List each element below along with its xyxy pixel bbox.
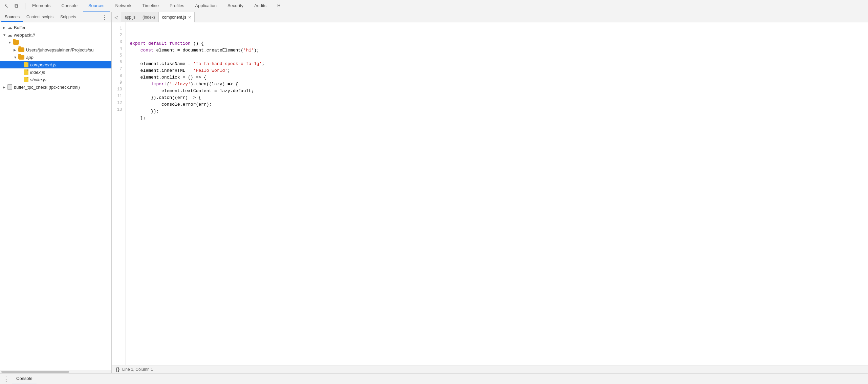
page-icon [7,84,12,90]
code-line: element.innerHTML = 'Hello world'; [130,67,868,74]
code-line: element.onclick = () => { [130,74,868,81]
tree-label: app [26,55,34,60]
code-line: element.className = 'fa fa-hand-spock-o … [130,61,868,67]
code-line: }); [130,108,868,115]
line-number: 4 [112,45,125,52]
tree-arrow-icon: ▶ [3,26,7,29]
toolbar: ↖ ⧉ ElementsConsoleSourcesNetworkTimelin… [0,0,868,12]
status-bar: {} Line 1, Column 1 [112,365,868,373]
editor-tab-index[interactable]: (index) [139,12,159,22]
close-tab-icon[interactable]: × [188,15,191,20]
tree-arrow-icon: ▶ [14,48,18,52]
tree-item-app-folder[interactable]: ▼ app [0,54,111,61]
editor-tab-component-js[interactable]: component.js× [159,12,195,22]
left-panel: SourcesContent scriptsSnippets⋮ ▶ ☁ Buff… [0,12,112,373]
tree-item-shake-js[interactable]: shake.js [0,76,111,83]
line-number: 2 [112,32,125,39]
folder-icon [13,40,19,45]
editor-tabs: ◁ app.js(index)component.js× [112,12,868,22]
tree-item-buffer[interactable]: ▶ ☁ Buffer [0,24,111,31]
file-tree[interactable]: ▶ ☁ Buffer▼ ☁ webpack://▼ ▶ Users/juhove… [0,22,111,370]
tab-nav-profiles[interactable]: Profiles [164,0,190,12]
line-number: 5 [112,52,125,59]
tab-nav-audits[interactable]: Audits [249,0,272,12]
tree-label: shake.js [30,77,46,82]
toolbar-icon-group: ↖ ⧉ [1,1,21,11]
code-line: console.error(err); [130,101,868,108]
braces-icon: {} [116,367,120,372]
right-panel: ◁ app.js(index)component.js× 12345678910… [112,12,868,373]
tree-label: webpack:// [14,33,35,38]
code-line: import('./lazy').then((lazy) => { [130,81,868,88]
tree-label: Buffer [14,25,25,30]
code-line: element.textContent = lazy.default; [130,88,868,94]
file-icon [24,69,28,75]
tab-nav-security[interactable]: Security [222,0,249,12]
tree-item-index-js[interactable]: index.js [0,68,111,76]
editor-tab-app-js[interactable]: app.js [121,12,139,22]
left-subtabs-more-icon[interactable]: ⋮ [99,14,110,21]
line-numbers: 12345678910111213 [112,22,126,365]
toolbar-divider [25,3,25,9]
tree-item-users-folder[interactable]: ▶ Users/juhovepsalainen/Projects/su [0,46,111,54]
cloud-icon: ☁ [7,32,12,38]
line-number: 10 [112,86,125,93]
tree-label: component.js [30,62,56,67]
tab-nav-network[interactable]: Network [110,0,137,12]
tree-arrow-icon: ▼ [3,33,7,37]
bottom-bar: ⋮ Console [0,373,868,384]
file-icon [24,77,28,82]
main-area: SourcesContent scriptsSnippets⋮ ▶ ☁ Buff… [0,12,868,373]
line-number: 3 [112,39,125,45]
code-line [130,122,868,128]
line-number: 8 [112,72,125,79]
main-tab-nav: ElementsConsoleSourcesNetworkTimelinePro… [27,0,867,12]
code-line: const element = document.createElement('… [130,47,868,54]
left-scrollbar-thumb[interactable] [1,371,69,373]
file-icon [24,62,28,67]
left-subtab-snippets[interactable]: Snippets [57,12,80,22]
folder-icon [18,47,24,52]
left-subtabs: SourcesContent scriptsSnippets⋮ [0,12,111,22]
toggle-sidebar-icon[interactable]: ◁ [112,13,121,22]
bottom-tab-console[interactable]: Console [12,374,37,384]
code-line: }).catch((err) => { [130,94,868,101]
tab-nav-elements[interactable]: Elements [27,0,56,12]
line-number: 11 [112,93,125,100]
tree-label: index.js [30,70,45,75]
code-area[interactable]: 12345678910111213 export default functio… [112,22,868,365]
cursor-position: Line 1, Column 1 [122,367,153,372]
tab-nav-console[interactable]: Console [56,0,83,12]
tree-item-buffer-tpc[interactable]: ▶ buffer_tpc_check (tpc-check.html) [0,83,111,91]
cursor-icon[interactable]: ↖ [1,1,11,11]
code-line: export default function () { [130,40,868,47]
tab-nav-more[interactable]: H [272,0,286,12]
tree-arrow-icon: ▼ [14,56,18,59]
code-line [130,54,868,61]
left-scrollbar[interactable] [0,370,111,373]
tree-arrow-icon: ▶ [3,85,7,89]
more-options-icon[interactable]: ⋮ [3,375,9,383]
line-number: 6 [112,59,125,66]
tree-label: buffer_tpc_check (tpc-check.html) [14,85,80,90]
tab-nav-timeline[interactable]: Timeline [137,0,164,12]
tree-item-root-folder[interactable]: ▼ [0,39,111,46]
left-subtab-sources[interactable]: Sources [1,12,23,22]
tree-item-webpack[interactable]: ▼ ☁ webpack:// [0,31,111,39]
tab-nav-sources[interactable]: Sources [83,0,110,12]
tree-label: Users/juhovepsalainen/Projects/su [26,47,93,52]
left-subtab-content_scripts[interactable]: Content scripts [23,12,57,22]
tab-nav-application[interactable]: Application [190,0,222,12]
code-content: export default function () { const eleme… [126,22,868,365]
layers-icon[interactable]: ⧉ [12,1,21,11]
folder-icon [18,55,24,60]
tree-item-component-js[interactable]: component.js [0,61,111,68]
code-line: }; [130,115,868,122]
line-number: 9 [112,79,125,86]
line-number: 12 [112,100,125,106]
line-number: 7 [112,66,125,72]
tree-arrow-icon: ▼ [8,41,13,44]
cloud-icon: ☁ [7,25,12,30]
line-number: 13 [112,106,125,113]
line-number: 1 [112,25,125,32]
